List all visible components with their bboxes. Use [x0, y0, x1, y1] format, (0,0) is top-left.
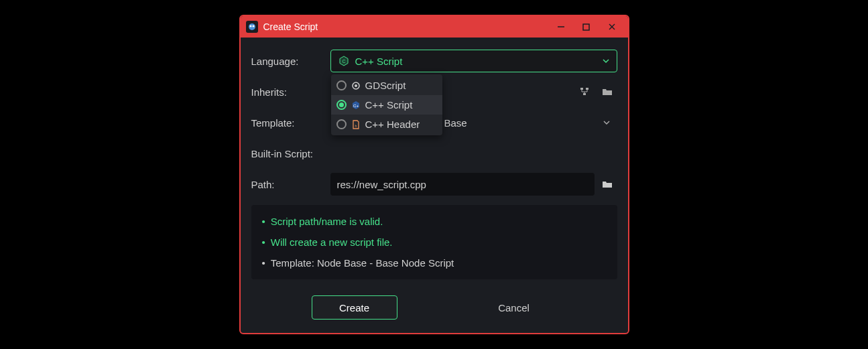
- svg-text:h: h: [355, 124, 357, 128]
- bullet-icon: •: [262, 236, 265, 248]
- path-input[interactable]: res://new_script.cpp: [330, 173, 595, 196]
- option-label: C++ Header: [365, 119, 420, 130]
- svg-rect-15: [586, 88, 588, 90]
- svg-point-10: [355, 84, 357, 87]
- builtin-row: Built-in Script:: [251, 142, 617, 165]
- language-dropdown[interactable]: C C++ Script GDScript: [330, 50, 617, 72]
- radio-on-icon: [336, 100, 347, 110]
- svg-rect-16: [583, 93, 586, 95]
- option-label: C++ Script: [365, 99, 413, 111]
- button-label: Cancel: [498, 302, 530, 313]
- cancel-button[interactable]: Cancel: [471, 295, 557, 320]
- dialog-buttons: Create Cancel: [251, 295, 617, 322]
- inherits-label: Inherits:: [251, 86, 330, 98]
- folder-button[interactable]: [597, 82, 617, 102]
- svg-text:C+: C+: [353, 104, 359, 108]
- template-value: Base: [444, 117, 467, 129]
- titlebar: Create Script: [241, 16, 628, 38]
- svg-point-0: [249, 23, 255, 30]
- language-dropdown-list: GDScript C+ C++ Script h C: [331, 74, 442, 135]
- language-label: Language:: [251, 56, 330, 67]
- status-box: • Script path/name is valid. • Will crea…: [251, 205, 617, 279]
- radio-off-icon: [336, 80, 347, 90]
- status-create: • Will create a new script file.: [262, 236, 607, 248]
- radio-off-icon: [336, 119, 347, 129]
- window-controls: [556, 21, 623, 32]
- svg-point-1: [249, 25, 251, 27]
- language-option-gdscript[interactable]: GDScript: [331, 76, 442, 95]
- option-label: GDScript: [365, 80, 406, 91]
- minimize-button[interactable]: [556, 21, 566, 32]
- path-row: Path: res://new_script.cpp: [251, 173, 617, 196]
- close-button[interactable]: [607, 21, 617, 32]
- svg-point-2: [252, 25, 254, 27]
- status-template: • Template: Node Base - Base Node Script: [262, 257, 607, 269]
- cpp-header-icon: h: [351, 119, 361, 130]
- gdscript-icon: [351, 80, 361, 91]
- status-text: Script path/name is valid.: [271, 216, 383, 227]
- window-title: Create Script: [263, 21, 556, 32]
- path-label: Path:: [251, 179, 330, 190]
- cpp-script-icon: C+: [351, 100, 361, 111]
- svg-rect-14: [580, 88, 583, 90]
- language-row: Language: C C++ Script GDScript: [251, 50, 617, 72]
- svg-text:C: C: [342, 59, 345, 64]
- bullet-icon: •: [262, 257, 265, 269]
- browse-path-button[interactable]: [597, 174, 617, 194]
- dialog-content: Language: C C++ Script GDScript: [241, 38, 628, 333]
- create-button[interactable]: Create: [312, 295, 397, 320]
- template-label: Template:: [251, 117, 330, 129]
- hierarchy-button[interactable]: [574, 82, 595, 102]
- chevron-down-icon: [603, 117, 611, 129]
- cpp-script-icon: C: [338, 55, 350, 67]
- svg-rect-4: [583, 24, 589, 30]
- maximize-button[interactable]: [581, 21, 592, 32]
- language-option-cpp-header[interactable]: h C++ Header: [331, 115, 442, 134]
- language-selected: C++ Script: [355, 56, 602, 67]
- button-label: Create: [339, 302, 369, 313]
- bullet-icon: •: [262, 216, 265, 227]
- language-option-cpp-script[interactable]: C+ C++ Script: [331, 95, 442, 115]
- chevron-down-icon: [602, 56, 610, 67]
- path-value: res://new_script.cpp: [337, 179, 426, 190]
- status-text: Template: Node Base - Base Node Script: [271, 257, 454, 269]
- builtin-label: Built-in Script:: [251, 148, 330, 159]
- app-icon: [246, 21, 258, 33]
- status-text: Will create a new script file.: [271, 236, 393, 248]
- status-valid: • Script path/name is valid.: [262, 216, 607, 227]
- create-script-dialog: Create Script Language: C C++ Script: [239, 15, 629, 334]
